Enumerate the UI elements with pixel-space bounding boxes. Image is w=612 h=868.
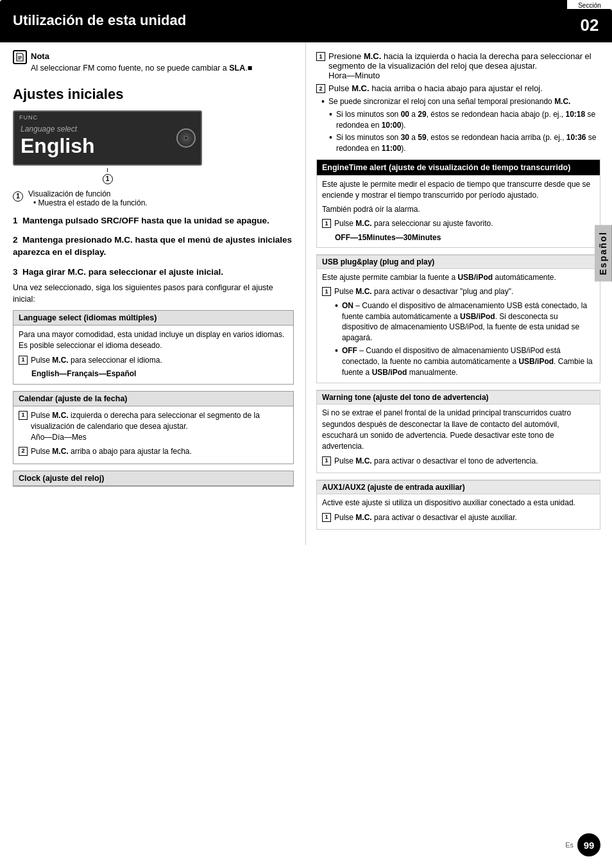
engine-time-title: EngineTime alert (ajuste de visualizació… xyxy=(322,163,570,172)
aux-step-1: 1 Pulse M.C. para activar o desactivar e… xyxy=(322,512,595,523)
warning-tone-header: Warning tone (ajuste del tono de adverte… xyxy=(317,390,600,404)
section-label: Sección xyxy=(578,0,601,9)
calendar-content: 1 Pulse M.C. izquierda o derecha para se… xyxy=(13,406,293,464)
usb-step-1: 1 Pulse M.C. para activar o desactivar "… xyxy=(322,286,595,297)
clock-header: Clock (ajuste del reloj) xyxy=(13,471,293,486)
clock-title: Clock (ajuste del reloj) xyxy=(19,474,104,483)
warning-tone-content: Si no se extrae el panel frontal de la u… xyxy=(317,404,600,473)
aux-header: AUX1/AUX2 (ajuste de entrada auxiliar) xyxy=(317,480,600,494)
engine-step-num-1: 1 xyxy=(322,219,331,228)
usb-bullet-on: • ON – Cuando el dispositivo de almacena… xyxy=(335,300,595,343)
cd-hole xyxy=(184,136,188,140)
warning-tone-box: Warning tone (ajuste del tono de adverte… xyxy=(316,390,600,473)
usb-header: USB plug&play (plug and play) xyxy=(317,255,600,269)
clock-step-text-1: Presione M.C. hacia la izquierda o hacia… xyxy=(328,51,600,80)
clock-sub-bullet-2: • Si los minutos son 30 a 59, estos se r… xyxy=(329,132,600,154)
display-row1: Language select xyxy=(21,125,194,134)
clock-step-num-2: 2 xyxy=(316,84,325,93)
note-title: Nota xyxy=(31,51,252,61)
bullet-dot-3: • xyxy=(329,132,332,143)
language-select-box: Language select (idiomas múltiples) Para… xyxy=(13,310,294,385)
page-header: Utilización de esta unidad Sección 02 xyxy=(0,0,612,42)
calendar-title: Calendar (ajuste de la fecha) xyxy=(19,394,128,403)
usb-step-text-1: Pulse M.C. para activar o desactivar "pl… xyxy=(334,286,513,297)
cal-step-num-2: 2 xyxy=(19,447,28,456)
aux-desc: Active este ajuste si utiliza un disposi… xyxy=(322,498,595,508)
es-label: Es xyxy=(565,841,574,849)
aux-box: AUX1/AUX2 (ajuste de entrada auxiliar) A… xyxy=(316,480,600,530)
page-number: 99 xyxy=(577,833,600,856)
display-row2: English xyxy=(21,134,194,158)
note-content: Nota Al seleccionar FM como fuente, no s… xyxy=(31,51,252,74)
warning-step-1: 1 Pulse M.C. para activar o desactivar e… xyxy=(322,456,595,467)
section-main-title: Ajustes iniciales xyxy=(13,86,294,103)
annotation-number-1: 1 xyxy=(103,174,113,184)
warning-tone-desc: Si no se extrae el panel frontal de la u… xyxy=(322,408,595,453)
step-2-heading: 2 Mantenga presionado M.C. hasta que el … xyxy=(13,234,294,259)
circle-1: 1 xyxy=(13,191,23,202)
engine-time-content: Este ajuste le permite medir el espacio … xyxy=(317,175,600,247)
display-container: FUNC Language select English 1 xyxy=(13,110,202,184)
usb-bullet-off: • OFF – Cuando el dispositivo de almacen… xyxy=(335,345,595,378)
clock-bullet-text: Se puede sincronizar el reloj con una se… xyxy=(328,96,571,107)
lang-step-num-1: 1 xyxy=(19,356,28,365)
step-2-text: Mantenga presionado M.C. hasta que el me… xyxy=(13,235,292,257)
cal-step-num-1: 1 xyxy=(19,411,28,420)
right-column: 1 Presione M.C. hacia la izquierda o hac… xyxy=(306,42,612,545)
clock-sub-bullet-1: • Si los minutos son 00 a 29, éstos se r… xyxy=(329,109,600,131)
engine-time-box: EngineTime alert (ajuste de visualizació… xyxy=(316,159,600,248)
language-select-header: Language select (idiomas múltiples) xyxy=(13,311,293,326)
display-annotation: 1 Visualización de función • Muestra el … xyxy=(13,189,294,207)
usb-content: Este ajuste permite cambiar la fuente a … xyxy=(317,269,600,383)
annotation-label: Visualización de función xyxy=(28,189,111,198)
note-box: Nota Al seleccionar FM como fuente, no s… xyxy=(13,51,294,74)
lang-step-text-1: Pulse M.C. para seleccionar el idioma. xyxy=(31,355,162,366)
engine-time-also: También podrá oír la alarma. xyxy=(322,204,595,215)
note-icon xyxy=(13,50,27,64)
cal-step-text-2: Pulse M.C. arriba o abajo para ajustar l… xyxy=(31,446,192,457)
step-1-text: Mantenga pulsado SRC/OFF hasta que la un… xyxy=(22,216,269,225)
clock-step-num-1: 1 xyxy=(316,52,325,61)
annotation-text: Visualización de función • Muestra el es… xyxy=(28,189,148,207)
cal-step-text-1: Pulse M.C. izquierda o derecha para sele… xyxy=(31,410,288,444)
usb-box: USB plug&play (plug and play) Este ajust… xyxy=(316,254,600,383)
language-select-content: Para una mayor comodidad, esta unidad in… xyxy=(13,326,293,384)
engine-time-desc: Este ajuste le permite medir el espacio … xyxy=(322,179,595,202)
clock-step-text-2: Pulse M.C. hacia arriba o hacia abajo pa… xyxy=(328,83,543,93)
bullet-dot-on: • xyxy=(335,300,338,311)
clock-box: Clock (ajuste del reloj) xyxy=(13,471,294,487)
display-screen: FUNC Language select English xyxy=(13,110,202,166)
clock-bullet-main: • Se puede sincronizar el reloj con una … xyxy=(321,96,600,107)
calendar-step-1: 1 Pulse M.C. izquierda o derecha para se… xyxy=(19,410,288,444)
clock-step-1: 1 Presione M.C. hacia la izquierda o hac… xyxy=(316,51,600,80)
note-text: Al seleccionar FM como fuente, no se pue… xyxy=(31,63,252,74)
aux-step-num-1: 1 xyxy=(322,513,331,522)
annotation-detail: Muestra el estado de la función. xyxy=(38,198,148,207)
display-annotation-marker: 1 xyxy=(13,168,202,184)
step-3-text: Haga girar M.C. para seleccionar el ajus… xyxy=(22,267,223,277)
main-content: Nota Al seleccionar FM como fuente, no s… xyxy=(0,42,612,545)
step-1-heading: 1 Mantenga pulsado SRC/OFF hasta que la … xyxy=(13,215,294,227)
bullet-dot-1: • xyxy=(321,96,325,107)
warning-step-num-1: 1 xyxy=(322,456,331,465)
header-title-bar: Utilización de esta unidad xyxy=(0,0,567,41)
func-label: FUNC xyxy=(19,114,38,121)
step-3-subtext: Una vez seleccionado, siga los siguiente… xyxy=(13,282,294,305)
step-3-heading: 3 Haga girar M.C. para seleccionar el aj… xyxy=(13,266,294,279)
engine-options: OFF—15Minutes—30Minutes xyxy=(335,232,595,243)
page-title: Utilización de esta unidad xyxy=(13,12,186,29)
clock-step-2: 2 Pulse M.C. hacia arriba o hacia abajo … xyxy=(316,83,600,93)
aux-step-text-1: Pulse M.C. para activar o desactivar el … xyxy=(334,512,517,523)
warning-tone-title: Warning tone xyxy=(322,393,371,402)
calendar-step-2: 2 Pulse M.C. arriba o abajo para ajustar… xyxy=(19,446,288,457)
usb-desc: Este ajuste permite cambiar la fuente a … xyxy=(322,272,595,283)
page-footer: Es 99 xyxy=(565,833,600,856)
engine-time-header: EngineTime alert (ajuste de visualizació… xyxy=(317,160,600,175)
aux-content: Active este ajuste si utiliza un disposi… xyxy=(317,494,600,529)
language-select-title: Language select (idiomas múltiples) xyxy=(19,313,157,322)
espanol-tab: Español xyxy=(595,225,612,281)
usb-title: USB plug&play xyxy=(322,257,378,266)
bullet-dot-2: • xyxy=(329,109,332,120)
clock-sub-text-1: Si los minutos son 00 a 29, éstos se red… xyxy=(336,109,600,131)
engine-step-text-1: Pulse M.C. para seleccionar su ajuste fa… xyxy=(334,218,493,229)
